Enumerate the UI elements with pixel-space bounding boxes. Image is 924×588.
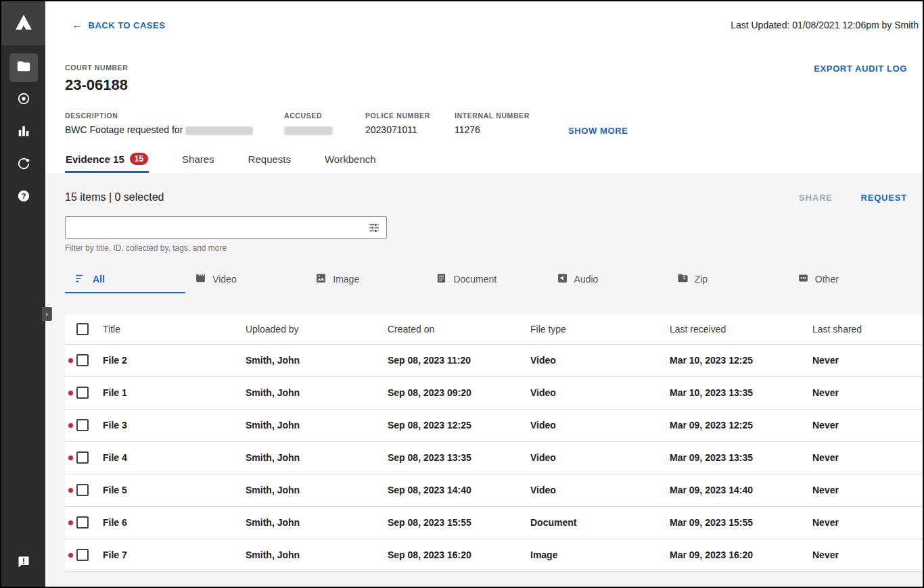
show-more-link[interactable]: SHOW MORE bbox=[568, 126, 628, 136]
bar-chart-icon bbox=[16, 124, 31, 141]
video-icon bbox=[195, 272, 206, 286]
filter-tab-audio[interactable]: Audio bbox=[547, 266, 668, 293]
filter-tab-zip[interactable]: Zip bbox=[668, 266, 788, 293]
court-number-label: COURT NUMBER bbox=[65, 64, 129, 72]
cell-created-on: Sep 08, 2023 11:20 bbox=[388, 344, 530, 376]
column-header-last-shared[interactable]: Last shared bbox=[812, 314, 923, 344]
internal-number-field: INTERNAL NUMBER 11276 bbox=[455, 112, 542, 135]
items-summary: 15 items | 0 selected bbox=[65, 191, 164, 203]
table-row[interactable]: File 1 Smith, John Sep 08, 2023 09:20 Vi… bbox=[65, 376, 923, 409]
cell-title: File 3 bbox=[103, 409, 246, 441]
redacted-text bbox=[185, 126, 253, 135]
folder-cases-icon bbox=[16, 59, 31, 76]
select-all-checkbox[interactable] bbox=[76, 323, 89, 335]
filter-tab-image[interactable]: Image bbox=[306, 266, 426, 293]
sidebar-item-dissemination[interactable] bbox=[9, 86, 38, 114]
row-checkbox[interactable] bbox=[76, 419, 89, 431]
back-arrow-icon: ← bbox=[72, 19, 83, 31]
shield-icon bbox=[16, 156, 31, 174]
cell-uploaded-by: Smith, John bbox=[246, 474, 388, 506]
export-audit-log-link[interactable]: EXPORT AUDIT LOG bbox=[814, 64, 907, 74]
cell-uploaded-by: Smith, John bbox=[246, 506, 388, 539]
cell-created-on: Sep 08, 2023 14:40 bbox=[388, 474, 530, 506]
zip-icon bbox=[677, 272, 689, 286]
cell-title: File 5 bbox=[103, 474, 246, 506]
share-button[interactable]: SHARE bbox=[799, 193, 833, 203]
table-row[interactable]: File 5 Smith, John Sep 08, 2023 14:40 Vi… bbox=[65, 474, 923, 506]
evidence-table: Title Uploaded by Created on File type L… bbox=[65, 314, 923, 572]
filter-tab-video-label: Video bbox=[212, 274, 237, 285]
column-header-created-on[interactable]: Created on bbox=[388, 314, 530, 344]
table-row[interactable]: File 2 Smith, John Sep 08, 2023 11:20 Vi… bbox=[65, 344, 923, 376]
column-header-file-type[interactable]: File type bbox=[530, 314, 670, 344]
row-checkbox[interactable] bbox=[76, 516, 89, 529]
internal-number-label: INTERNAL NUMBER bbox=[455, 112, 542, 120]
table-row[interactable]: File 4 Smith, John Sep 08, 2023 13:35 Vi… bbox=[65, 441, 923, 474]
cell-last-shared: Never bbox=[812, 539, 923, 571]
unviewed-dot-icon bbox=[68, 456, 73, 460]
type-filter-tabs: All Video Image bbox=[65, 266, 923, 293]
tab-shares[interactable]: Shares bbox=[181, 147, 215, 173]
cell-uploaded-by: Smith, John bbox=[246, 409, 388, 441]
search-input[interactable] bbox=[65, 216, 387, 239]
sidebar-nav: ? bbox=[9, 53, 38, 212]
app-window: ? › ← BACK TO CASES Last Updated: 01/08/… bbox=[0, 0, 924, 588]
topbar: ← BACK TO CASES Last Updated: 01/08/2021… bbox=[45, 1, 923, 49]
tab-shares-label: Shares bbox=[182, 153, 214, 165]
cell-uploaded-by: Smith, John bbox=[246, 539, 388, 571]
cell-last-received: Mar 09, 2023 16:20 bbox=[670, 539, 812, 571]
tab-requests[interactable]: Requests bbox=[248, 147, 292, 173]
cell-title: File 1 bbox=[103, 376, 246, 409]
search-hint: Filter by title, ID, collected by, tags,… bbox=[65, 243, 923, 253]
filter-tab-all[interactable]: All bbox=[65, 266, 185, 293]
tab-requests-label: Requests bbox=[248, 153, 291, 165]
last-updated-text: Last Updated: 01/08/2021 12:06pm by Smit… bbox=[731, 20, 919, 30]
request-button[interactable]: REQUEST bbox=[861, 193, 907, 203]
sidebar-item-analytics[interactable] bbox=[9, 118, 38, 147]
back-to-cases-link[interactable]: ← BACK TO CASES bbox=[72, 19, 165, 31]
cell-created-on: Sep 08, 2023 09:20 bbox=[388, 376, 530, 409]
filter-tab-image-label: Image bbox=[333, 274, 359, 285]
tab-evidence[interactable]: Evidence 15 15 bbox=[65, 147, 149, 173]
cell-created-on: Sep 08, 2023 16:20 bbox=[388, 539, 530, 571]
filter-tab-document[interactable]: Document bbox=[426, 266, 547, 293]
description-field: DESCRIPTION BWC Footage requested for bbox=[65, 112, 268, 135]
chevron-right-icon: › bbox=[45, 310, 48, 318]
column-header-title[interactable]: Title bbox=[103, 314, 246, 344]
sidebar-item-protect[interactable] bbox=[9, 151, 38, 179]
row-checkbox[interactable] bbox=[76, 484, 89, 496]
cell-created-on: Sep 08, 2023 13:35 bbox=[388, 441, 530, 474]
filter-tab-all-label: All bbox=[93, 274, 105, 285]
description-value: BWC Footage requested for bbox=[65, 124, 183, 135]
sidebar-item-help[interactable]: ? bbox=[9, 183, 38, 212]
unviewed-dot-icon bbox=[68, 358, 73, 363]
row-checkbox[interactable] bbox=[76, 354, 89, 366]
sidebar: ? bbox=[1, 1, 45, 587]
case-tabs: Evidence 15 15 Shares Requests Workbench bbox=[65, 147, 907, 173]
row-checkbox[interactable] bbox=[76, 451, 89, 464]
cell-file-type: Document bbox=[530, 506, 670, 539]
table-row[interactable]: File 7 Smith, John Sep 08, 2023 16:20 Im… bbox=[65, 539, 923, 571]
row-checkbox[interactable] bbox=[76, 387, 89, 399]
sidebar-item-feedback[interactable] bbox=[9, 549, 38, 577]
axon-logo[interactable] bbox=[1, 1, 45, 45]
cell-last-received: Mar 09, 2023 14:40 bbox=[670, 474, 812, 506]
filter-tab-other[interactable]: Other bbox=[788, 266, 908, 293]
row-checkbox[interactable] bbox=[76, 549, 89, 561]
column-header-uploaded-by[interactable]: Uploaded by bbox=[246, 314, 388, 344]
main-area: ← BACK TO CASES Last Updated: 01/08/2021… bbox=[45, 1, 923, 587]
cell-title: File 7 bbox=[103, 539, 246, 571]
table-row[interactable]: File 6 Smith, John Sep 08, 2023 15:55 Do… bbox=[65, 506, 923, 539]
column-header-last-received[interactable]: Last received bbox=[670, 314, 812, 344]
sidebar-expand-handle[interactable]: › bbox=[42, 307, 52, 321]
cell-last-received: Mar 10, 2023 12:25 bbox=[670, 344, 812, 376]
cell-title: File 4 bbox=[103, 441, 246, 474]
cell-uploaded-by: Smith, John bbox=[246, 441, 388, 474]
cell-file-type: Video bbox=[530, 376, 670, 409]
tab-workbench[interactable]: Workbench bbox=[324, 147, 377, 173]
filter-tab-video[interactable]: Video bbox=[185, 266, 306, 293]
internal-number-value: 11276 bbox=[455, 124, 542, 135]
table-row[interactable]: File 3 Smith, John Sep 08, 2023 12:25 Vi… bbox=[65, 409, 923, 441]
sidebar-item-cases[interactable] bbox=[9, 53, 38, 82]
tune-icon[interactable] bbox=[367, 221, 381, 235]
